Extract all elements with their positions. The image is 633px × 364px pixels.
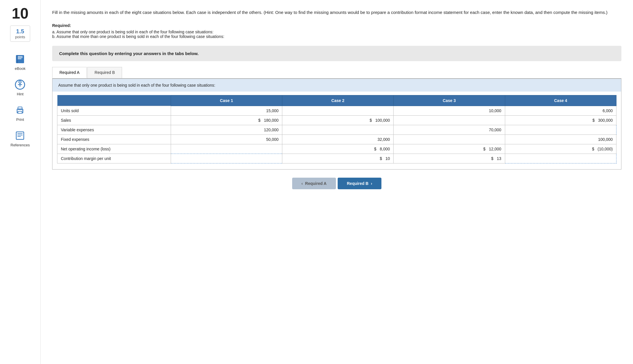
question-number: 10 [12,6,29,21]
units-case1-value: 15,000 [266,108,279,113]
points-value: 1.5 [15,28,25,35]
net-case2-dollar: $ [374,147,376,151]
fixed-case4-cell: 100,000 [505,134,616,144]
col-header-case4: Case 4 [505,95,616,106]
cm-case4-cell[interactable] [505,154,616,163]
sidebar-item-ebook[interactable]: eBook [14,53,26,71]
points-box: 1.5 points [10,26,30,42]
cm-case2-value: 10 [385,156,390,161]
row-label-cm: Contribution margin per unit [57,154,171,163]
points-label: points [15,35,25,39]
sales-case4-value: 300,000 [598,118,613,123]
required-a-text: a. Assume that only one product is being… [52,30,621,34]
ref-icon [14,130,26,141]
net-case1-cell[interactable] [171,144,282,154]
sales-case3-input[interactable] [397,118,501,123]
sidebar-item-references[interactable]: References [10,130,30,147]
svg-rect-11 [18,111,22,113]
fixed-case3-cell[interactable] [394,134,505,144]
col-header-case3: Case 3 [394,95,505,106]
net-case2-cell: $ 8,000 [282,144,394,154]
table-wrapper: Case 1 Case 2 Case 3 Case 4 Units sold 1… [52,95,621,163]
sales-case2-dollar: $ [370,118,372,123]
table-row: Fixed expenses 50,000 32,000 1 [57,134,616,144]
var-case2-cell[interactable] [282,125,394,134]
hint-label: Hint [17,92,23,96]
sales-case4-cell: $ 300,000 [505,115,616,125]
net-case1-input[interactable] [174,147,279,151]
svg-rect-14 [17,133,23,134]
print-label: Print [16,117,24,122]
svg-rect-4 [17,55,18,63]
svg-rect-2 [17,57,23,58]
required-items: Required: a. Assume that only one produc… [52,23,621,39]
sales-case1-value: 180,000 [264,118,279,123]
cm-case4-input[interactable] [509,156,613,161]
fixed-case1-cell: 50,000 [171,134,282,144]
fixed-case4-value: 100,000 [598,137,613,142]
tab-required-a[interactable]: Required A [52,67,87,78]
sales-case1-dollar: $ [258,118,261,123]
sidebar-item-hint[interactable]: Hint [14,79,26,96]
nav-buttons: ‹ Required A Required B › [52,178,621,189]
net-case4-cell: $ (10,000) [505,144,616,154]
book-icon [14,53,26,65]
cm-case1-cell[interactable] [171,154,282,163]
units-case4-cell: 6,000 [505,106,616,115]
ebook-label: eBook [15,66,26,71]
units-case2-input[interactable] [286,109,390,113]
cm-case3-value: 13 [497,156,501,161]
var-case3-value: 70,000 [489,128,501,132]
units-case1-cell: 15,000 [171,106,282,115]
units-case3-cell: 10,000 [394,106,505,115]
row-label-fixed: Fixed expenses [57,134,171,144]
units-case2-cell[interactable] [282,106,394,115]
tab-content: Assume that only one product is being so… [52,79,621,170]
sales-case4-dollar: $ [592,118,595,123]
cm-case1-input[interactable] [174,156,279,161]
cm-case2-cell: $ 10 [282,154,394,163]
next-chevron-icon: › [371,181,372,186]
net-case3-dollar: $ [483,147,485,151]
sidebar-nav: eBook Hint [10,53,30,147]
col-header-case1: Case 1 [171,95,282,106]
question-text: Fill in the missing amounts in each of t… [52,9,621,16]
tab-bar: Required A Required B [52,67,621,79]
net-case2-value: 8,000 [380,147,390,151]
var-case4-input[interactable] [509,128,613,132]
var-case1-value: 120,000 [264,128,279,132]
next-button-label: Required B [347,181,369,186]
required-b-text: b. Assume that more than one product is … [52,34,621,39]
var-case1-cell: 120,000 [171,125,282,134]
print-icon [14,104,26,116]
svg-point-12 [22,110,23,111]
required-label: Required: [52,23,621,28]
fixed-case2-value: 32,000 [378,137,390,142]
table-row: Variable expenses 120,000 70,000 [57,125,616,134]
row-label-units: Units sold [57,106,171,115]
var-case2-input[interactable] [286,128,390,132]
fixed-case2-cell: 32,000 [282,134,394,144]
var-case4-cell[interactable] [505,125,616,134]
sales-case1-cell: $ 180,000 [171,115,282,125]
sales-case3-cell[interactable] [394,115,505,125]
row-label-variable: Variable expenses [57,125,171,134]
svg-rect-3 [17,59,21,59]
prev-button[interactable]: ‹ Required A [292,178,336,189]
tab-required-b[interactable]: Required B [87,67,122,78]
var-case3-cell: 70,000 [394,125,505,134]
sidebar-item-print[interactable]: Print [14,104,26,122]
net-case4-dollar: $ [592,147,594,151]
net-case3-cell: $ 12,000 [394,144,505,154]
cm-case3-dollar: $ [491,156,494,161]
references-label: References [10,143,30,147]
svg-rect-1 [17,56,23,57]
data-table: Case 1 Case 2 Case 3 Case 4 Units sold 1… [57,95,616,163]
net-case4-value: (10,000) [598,147,613,151]
next-button[interactable]: Required B › [338,178,381,189]
sales-case2-cell: $ 100,000 [282,115,394,125]
fixed-case3-input[interactable] [397,137,501,142]
hint-icon [14,79,26,90]
net-case3-value: 12,000 [489,147,501,151]
table-row: Sales $ 180,000 $ 100,000 [57,115,616,125]
